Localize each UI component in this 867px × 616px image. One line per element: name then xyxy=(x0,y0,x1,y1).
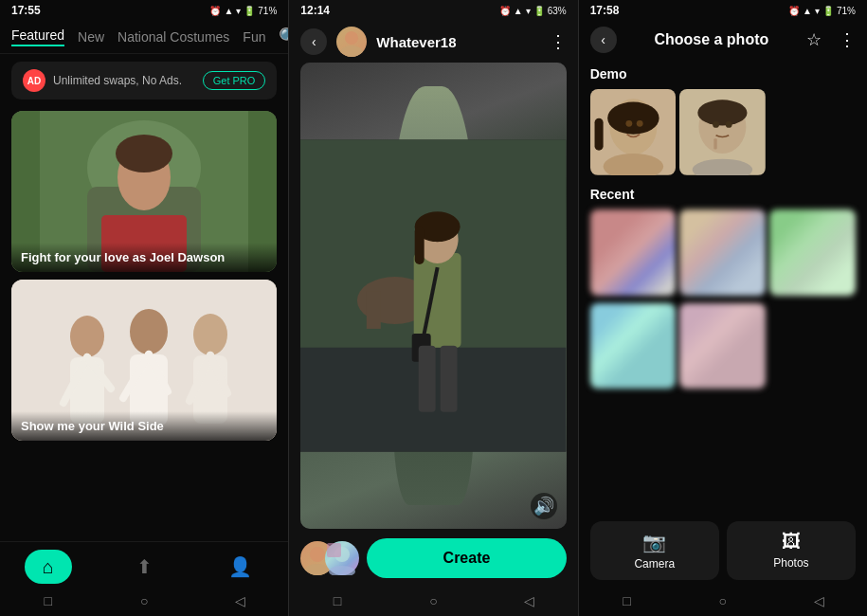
back-btn-mid[interactable]: ◁ xyxy=(515,591,544,610)
time-mid: 12:14 xyxy=(300,4,330,17)
card-joel[interactable]: Fight for your love as Joel Dawson xyxy=(11,111,277,272)
card-joel-label: Fight for your love as Joel Dawson xyxy=(11,243,277,272)
tab-national[interactable]: National Costumes xyxy=(117,29,229,45)
recent-photo-4[interactable] xyxy=(590,303,677,390)
signal-icon-mid: ▲ xyxy=(514,6,523,16)
mid-bottom: Create xyxy=(289,529,577,588)
tab-fun[interactable]: Fun xyxy=(243,29,265,45)
camera-button[interactable]: 📷 Camera xyxy=(590,521,719,580)
svg-rect-27 xyxy=(367,291,381,329)
square-btn-right[interactable]: □ xyxy=(612,591,641,610)
alarm-icon-right: ⏰ xyxy=(788,6,800,16)
profile-icon: 👤 xyxy=(228,555,252,578)
back-btn-left[interactable]: ◁ xyxy=(226,591,255,610)
svg-rect-55 xyxy=(714,138,717,149)
svg-point-54 xyxy=(726,121,732,128)
signal-icon-right: ▲ xyxy=(803,6,812,16)
status-bar-mid: 12:14 ⏰ ▲ ▾ 🔋 63% xyxy=(289,0,577,21)
svg-point-47 xyxy=(625,120,632,127)
back-button-right[interactable]: ‹ xyxy=(590,27,617,53)
recent-section-label: Recent xyxy=(590,187,856,202)
recent-photo-1[interactable] xyxy=(590,209,677,296)
svg-point-53 xyxy=(713,121,720,128)
alarm-icon-mid: ⏰ xyxy=(499,6,511,16)
recent-photo-3[interactable] xyxy=(769,209,856,296)
circle-btn-left[interactable]: ○ xyxy=(130,591,158,610)
nav-home[interactable]: ⌂ xyxy=(25,550,72,584)
signal-icon: ▲ xyxy=(224,6,233,16)
back-button-mid[interactable]: ‹ xyxy=(300,28,327,55)
svg-rect-34 xyxy=(419,346,436,412)
middle-panel: 12:14 ⏰ ▲ ▾ 🔋 63% ‹ Whatever18 ⋮ xyxy=(289,0,577,616)
svg-point-9 xyxy=(70,316,104,357)
svg-rect-45 xyxy=(594,118,603,151)
left-panel: 17:55 ⏰ ▲ ▾ 🔋 71% Featured New National … xyxy=(0,0,288,616)
status-icons-right: ⏰ ▲ ▾ 🔋 71% xyxy=(788,6,856,16)
right-panel: 17:58 ⏰ ▲ ▾ 🔋 71% ‹ Choose a photo ☆ ⋮ D… xyxy=(579,0,867,616)
demo-photo-grid xyxy=(590,89,856,175)
video-container: 🔊 xyxy=(300,63,566,529)
battery-icon-right: 🔋 xyxy=(822,6,834,16)
nav-upload[interactable]: ⬆ xyxy=(120,550,168,584)
tab-new[interactable]: New xyxy=(78,29,104,45)
status-icons-left: ⏰ ▲ ▾ 🔋 71% xyxy=(209,6,277,16)
upload-icon: ⬆ xyxy=(136,555,153,578)
recent-photo-2[interactable] xyxy=(679,209,766,296)
sound-icon[interactable]: 🔊 xyxy=(531,493,557,519)
svg-point-13 xyxy=(130,309,168,354)
demo-photo-woman[interactable] xyxy=(590,89,677,175)
wifi-icon: ▾ xyxy=(236,6,241,16)
battery-icon-mid: 🔋 xyxy=(533,6,545,16)
svg-point-36 xyxy=(310,547,325,562)
promo-text: Unlimited swaps, No Ads. xyxy=(53,74,182,87)
photos-label: Photos xyxy=(773,556,808,570)
circle-btn-mid[interactable]: ○ xyxy=(419,591,447,610)
search-icon[interactable]: 🔍 xyxy=(279,27,288,47)
photos-icon: 🖼 xyxy=(782,531,801,553)
time-left: 17:55 xyxy=(11,4,41,17)
svg-point-21 xyxy=(345,31,358,45)
right-content: Demo xyxy=(579,59,867,514)
battery-pct-right: 71% xyxy=(837,6,856,16)
camera-label: Camera xyxy=(634,557,675,571)
create-button[interactable]: Create xyxy=(367,538,566,578)
system-nav-right: □ ○ ◁ xyxy=(579,588,867,616)
demo-photo-man[interactable] xyxy=(679,89,766,175)
nav-profile[interactable]: 👤 xyxy=(217,550,264,584)
mid-username: Whatever18 xyxy=(376,34,456,50)
star-icon[interactable]: ☆ xyxy=(806,29,822,50)
tab-featured[interactable]: Featured xyxy=(11,27,64,46)
svg-point-17 xyxy=(193,314,227,355)
mid-header: ‹ Whatever18 ⋮ xyxy=(289,21,577,63)
battery-pct: 71% xyxy=(258,6,277,16)
recent-photo-5[interactable] xyxy=(679,303,766,390)
right-bottom-actions: 📷 Camera 🖼 Photos xyxy=(579,514,867,588)
battery-pct-mid: 63% xyxy=(548,6,567,16)
time-right: 17:58 xyxy=(590,4,620,17)
promo-icon: AD xyxy=(23,69,45,92)
status-icons-mid: ⏰ ▲ ▾ 🔋 63% xyxy=(499,6,567,16)
card-wildside[interactable]: Show me your Wild Side xyxy=(11,280,277,441)
promo-left: AD Unlimited swaps, No Ads. xyxy=(23,69,182,92)
more-icon-right[interactable]: ⋮ xyxy=(839,29,856,50)
system-nav-mid: □ ○ ◁ xyxy=(289,588,577,616)
user-avatar-mid xyxy=(336,27,367,57)
svg-rect-35 xyxy=(441,346,458,412)
svg-point-48 xyxy=(636,120,642,127)
back-btn-right[interactable]: ◁ xyxy=(804,591,833,610)
right-header: ‹ Choose a photo ☆ ⋮ xyxy=(579,21,867,59)
target-avatar xyxy=(325,541,359,575)
photos-button[interactable]: 🖼 Photos xyxy=(727,521,856,580)
right-header-title: Choose a photo xyxy=(626,31,797,48)
circle-btn-right[interactable]: ○ xyxy=(709,591,737,610)
svg-rect-41 xyxy=(327,543,341,557)
more-icon-mid[interactable]: ⋮ xyxy=(550,31,567,52)
square-btn-mid[interactable]: □ xyxy=(323,591,352,610)
status-bar-left: 17:55 ⏰ ▲ ▾ 🔋 71% xyxy=(0,0,288,21)
recent-photo-grid-2 xyxy=(590,303,856,390)
demo-section-label: Demo xyxy=(590,66,856,82)
square-btn-left[interactable]: □ xyxy=(34,591,63,610)
home-icon: ⌂ xyxy=(43,556,54,578)
get-pro-button[interactable]: Get PRO xyxy=(203,71,266,90)
content-list: Fight for your love as Joel Dawson xyxy=(0,107,288,541)
